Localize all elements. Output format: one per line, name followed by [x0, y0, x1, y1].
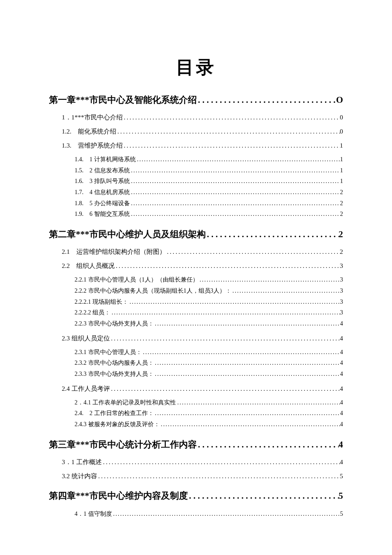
toc-entry-page: 4: [339, 439, 343, 450]
toc-entry-label: 3．1 工作概述: [62, 458, 102, 466]
toc-entry: 2.4.3 被服务对象的反馈及评价：4: [75, 420, 343, 429]
toc-entry: 第四章***市民中心维护内容及制度5: [49, 490, 343, 502]
toc-entry: 2.4 工作人员考评4: [62, 385, 343, 393]
toc-entry: 4．1 值守制度5: [75, 509, 343, 519]
toc-entry: 1.2. 能化系统介绍0: [62, 128, 343, 136]
toc-entry-page: 2: [340, 199, 343, 208]
toc-leader: [128, 297, 340, 307]
toc-entry-label: 2.4 工作人员考评: [62, 385, 110, 393]
toc-leader: [199, 275, 340, 285]
toc-entry-page: 1: [340, 166, 343, 175]
toc-entry: 2.2.2 市民中心场内服务人员（现场副组长1人，组员3人）：3: [75, 286, 343, 296]
toc-entry: 2.3.3 市民中心场外支持人员：4: [75, 369, 343, 379]
toc-entry-page: 4: [340, 409, 343, 418]
toc-leader: [123, 142, 340, 149]
toc-leader: [115, 262, 340, 270]
toc-entry-page: O: [336, 95, 343, 105]
toc-leader: [110, 335, 340, 342]
toc-leader: [130, 199, 340, 208]
toc-leader: [206, 229, 339, 240]
toc-leader: [142, 348, 340, 357]
toc-entry-page: 3: [340, 262, 343, 270]
toc-entry: 1.3. 营维护系统介绍1: [62, 142, 343, 150]
toc-entry: 3.2 统计内容5: [62, 472, 343, 480]
toc-leader: [130, 209, 340, 219]
toc-entry-page: 2: [340, 188, 343, 197]
toc-entry-label: 2.1 运营维护组织架构介绍（附图）: [62, 248, 166, 256]
toc-entry-label: 1.8. 5 办公终端设备: [75, 199, 130, 208]
toc-entry-label: 2.3.1 市民中心管理人员：: [75, 348, 142, 357]
toc-entry-page: 4: [340, 319, 343, 328]
toc-entry: 1.4. 1 计算机网络系统1: [75, 155, 343, 164]
toc-leader: [231, 286, 340, 296]
toc-entry: 1.7. 4 信息机房系统2: [75, 188, 343, 197]
toc-entry-label: 2.3.2 市民中心场内服务人员：: [75, 358, 154, 368]
toc-leader: [112, 509, 340, 519]
toc-entry-page: 3: [340, 286, 343, 296]
toc-leader: [130, 177, 340, 186]
toc-entry-page: 4: [340, 420, 343, 429]
toc-entry-page: 2: [340, 248, 343, 256]
toc-title: 目录: [49, 55, 343, 79]
toc-container: 第一章***市民中心及智能化系统介绍O1．1***市民中心介绍01.2. 能化系…: [49, 94, 343, 518]
toc-entry-page: 1: [340, 177, 343, 186]
toc-entry-page: 2: [340, 209, 343, 219]
toc-entry: 1.5. 2 信息发布系统1: [75, 166, 343, 175]
toc-entry-label: 第三章***市民中心统计分析工作内容: [49, 439, 197, 450]
toc-entry: 1．1***市民中心介绍0: [62, 113, 343, 122]
toc-entry: 第二章***市民中心维护人员及组织架构2: [49, 228, 343, 240]
toc-entry-page: 4: [340, 398, 343, 407]
toc-entry-label: 1.5. 2 信息发布系统: [75, 166, 130, 175]
toc-entry: 2.2.3 市民中心场外支持人员：4: [75, 319, 343, 328]
toc-entry-page: 4: [340, 335, 343, 342]
toc-entry: 2.4. 2 工作日常的检查工作：4: [75, 409, 343, 418]
toc-entry-page: 4: [340, 459, 343, 466]
toc-entry-page: 5: [339, 491, 343, 501]
toc-leader: [110, 308, 340, 317]
toc-entry-page: 1: [340, 142, 343, 149]
toc-leader: [130, 188, 340, 197]
toc-entry-page: 4: [340, 348, 343, 357]
toc-entry: 2.2.2.2 组员：3: [75, 308, 343, 317]
toc-entry-page: 5: [340, 473, 343, 480]
toc-entry: 1.8. 5 办公终端设备2: [75, 199, 343, 208]
toc-entry-label: 2.3 组织人员定位: [62, 334, 110, 343]
toc-entry-label: 3.2 统计内容: [62, 472, 97, 480]
toc-entry-label: 1.4. 1 计算机网络系统: [75, 155, 136, 164]
toc-entry-label: 第四章***市民中心维护内容及制度: [49, 490, 188, 502]
toc-leader: [197, 95, 336, 105]
toc-entry: 2.3 组织人员定位4: [62, 334, 343, 343]
toc-entry-label: 2.2.3 市民中心场外支持人员：: [75, 319, 154, 328]
toc-entry-label: 4．1 值守制度: [75, 509, 112, 519]
toc-entry: 2.2 组织人员概况3: [62, 262, 343, 270]
document-page: 目录 第一章***市民中心及智能化系统介绍O1．1***市民中心介绍01.2. …: [0, 0, 392, 555]
toc-entry-label: 2.2.2 市民中心场内服务人员（现场副组长1人，组员3人）：: [75, 286, 231, 296]
toc-entry: 2.3.1 市民中心管理人员：4: [75, 348, 343, 357]
toc-leader: [188, 491, 339, 501]
toc-entry-label: 第一章***市民中心及智能化系统介绍: [49, 94, 197, 106]
toc-entry: 1.6. 3 排队叫号系统1: [75, 177, 343, 186]
toc-entry-label: 1.2. 能化系统介绍: [62, 128, 116, 136]
toc-entry-page: 3: [340, 297, 343, 307]
toc-leader: [154, 409, 340, 418]
toc-entry: 2.3.2 市民中心场内服务人员：4: [75, 358, 343, 368]
toc-entry-page: 1: [340, 155, 343, 164]
toc-entry-label: 2.2.2.2 组员：: [75, 308, 110, 317]
toc-leader: [154, 369, 340, 379]
toc-entry-label: 第二章***市民中心维护人员及组织架构: [49, 228, 206, 240]
toc-leader: [130, 166, 340, 175]
toc-entry: 1.9. 6 智能交互系统2: [75, 209, 343, 219]
toc-entry-page: 4: [340, 358, 343, 368]
toc-leader: [160, 420, 340, 429]
toc-leader: [176, 398, 340, 407]
toc-entry-page: 3: [340, 275, 343, 285]
toc-entry-page: 2: [339, 229, 343, 240]
toc-entry-label: 2.2.1 市民中心管理人员（1人）（由组长兼任）: [75, 275, 199, 285]
toc-entry-page: 4: [340, 385, 343, 392]
toc-entry-page: 0: [340, 114, 343, 121]
toc-entry: 3．1 工作概述4: [62, 458, 343, 466]
toc-entry-label: 2.3.3 市民中心场外支持人员：: [75, 369, 154, 379]
toc-entry-label: 2.2 组织人员概况: [62, 262, 115, 270]
toc-entry-label: 1.7. 4 信息机房系统: [75, 188, 130, 197]
toc-leader: [123, 114, 340, 121]
